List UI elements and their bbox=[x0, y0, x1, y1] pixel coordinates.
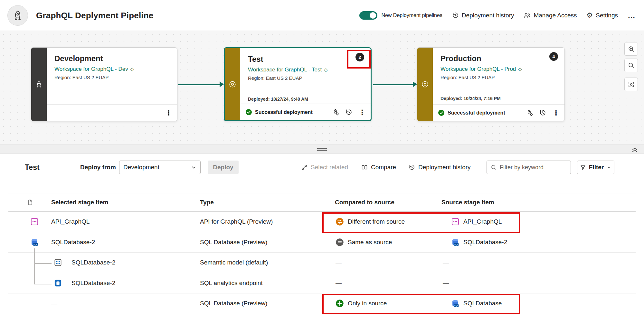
svg-text:SQL: SQL bbox=[454, 305, 459, 307]
pipeline-arrow-dev-to-test bbox=[178, 84, 220, 85]
stage-card-development[interactable]: Development Workspace for GraphQL - Dev … bbox=[31, 47, 177, 121]
stage-name: Production bbox=[440, 54, 557, 63]
people-icon bbox=[524, 12, 531, 19]
stage-items-table: Selected stage item Type Compared to sou… bbox=[8, 193, 636, 314]
panel-divider bbox=[0, 144, 644, 154]
deploy-settings-icon[interactable] bbox=[332, 109, 339, 116]
item-name: SQLDatabase-2 bbox=[71, 259, 115, 266]
fit-to-screen-button[interactable] bbox=[624, 78, 638, 91]
compare-button[interactable]: Compare bbox=[361, 164, 396, 171]
deployment-status-label: Successful deployment bbox=[448, 110, 505, 116]
source-item-name: — bbox=[443, 280, 449, 287]
deploy-from-label: Deploy from bbox=[80, 164, 116, 171]
stage-card-test[interactable]: 2 Test Workspace for GraphQL - Test ◇ Re… bbox=[224, 47, 372, 121]
diamond-icon: ◇ bbox=[324, 67, 328, 73]
sql-analytics-endpoint-icon bbox=[54, 279, 62, 287]
tree-connector bbox=[34, 248, 35, 284]
stage-more-button[interactable]: ⋮ bbox=[553, 109, 559, 116]
select-related-label: Select related bbox=[311, 164, 348, 171]
table-row[interactable]: API_GraphQL API for GraphQL (Preview) Di… bbox=[8, 212, 636, 232]
table-row[interactable]: SQLDatabase-2 SQL analytics endpoint — — bbox=[8, 273, 636, 294]
workspace-link[interactable]: Workspace for GraphQL - Test ◇ bbox=[248, 67, 363, 73]
only-in-source-icon bbox=[336, 299, 344, 308]
stage-name: Development bbox=[54, 54, 169, 63]
workspace-link[interactable]: Workspace for GraphQL - Prod ◇ bbox=[440, 66, 557, 72]
stage-strip bbox=[31, 48, 47, 121]
item-name: API_GraphQL bbox=[51, 218, 90, 225]
history-icon bbox=[409, 164, 415, 171]
table-row[interactable]: SQLDatabase-2 Semantic model (default) —… bbox=[8, 253, 636, 273]
tree-connector bbox=[34, 284, 52, 284]
stage-toolbar: Test Deploy from Development Deploy Sele… bbox=[0, 154, 644, 181]
settings-label: Settings bbox=[596, 12, 618, 19]
same-as-source-icon bbox=[336, 238, 344, 246]
deployment-history-label: Deployment history bbox=[418, 164, 471, 171]
column-header-selected-stage-item: Selected stage item bbox=[51, 199, 200, 206]
svg-text:SQL: SQL bbox=[454, 244, 459, 245]
deploy-from-dropdown[interactable]: Development bbox=[119, 161, 201, 174]
rocket-icon bbox=[229, 81, 236, 88]
stage-more-button[interactable]: ⋮ bbox=[165, 109, 172, 116]
column-header-compared-to-source: Compared to source bbox=[335, 199, 441, 206]
stage-card-production[interactable]: 4 Production Workspace for GraphQL - Pro… bbox=[417, 47, 565, 121]
deployed-timestamp: Deployed: 10/24/24, 7:16 PM bbox=[440, 96, 501, 101]
rocket-icon bbox=[421, 81, 429, 88]
canvas-zoom-controls bbox=[624, 42, 638, 91]
tree-connector bbox=[34, 263, 52, 264]
item-type: Semantic model (default) bbox=[200, 259, 335, 266]
keyword-filter-box bbox=[487, 161, 571, 174]
deployment-history-button[interactable]: Deployment history bbox=[409, 164, 471, 171]
page-title: GraphQL Deplyment Pipeline bbox=[36, 10, 153, 20]
collapse-panel-button[interactable] bbox=[631, 146, 638, 153]
table-row[interactable]: — SQL Database (Preview) Only in source … bbox=[8, 293, 636, 314]
compared-to-source-label: Same as source bbox=[348, 239, 392, 246]
settings-button[interactable]: ⚙ Settings bbox=[587, 12, 618, 19]
filter-by-keyword-input[interactable] bbox=[500, 164, 567, 171]
diamond-icon: ◇ bbox=[518, 66, 522, 72]
deployment-history-button[interactable]: Deployment history bbox=[452, 12, 514, 19]
check-circle-icon bbox=[245, 109, 252, 116]
stage-region: Region: East US 2 EUAP bbox=[54, 75, 169, 80]
stage-more-button[interactable]: ⋮ bbox=[359, 109, 365, 116]
stage-region: Region: East US 2 EUAP bbox=[440, 75, 557, 80]
gear-icon: ⚙ bbox=[587, 12, 593, 19]
select-related-button[interactable]: Select related bbox=[301, 164, 348, 171]
history-icon[interactable] bbox=[539, 109, 546, 116]
zoom-in-button[interactable] bbox=[624, 42, 638, 56]
compare-icon bbox=[361, 164, 368, 171]
semantic-model-icon bbox=[54, 258, 62, 267]
stage-strip bbox=[417, 48, 433, 121]
api-graphql-icon bbox=[30, 218, 39, 226]
filter-button[interactable]: Filter bbox=[577, 161, 614, 174]
item-name: SQLDatabase-2 bbox=[71, 280, 115, 287]
rocket-icon bbox=[12, 10, 23, 21]
more-options-button[interactable]: … bbox=[628, 11, 636, 20]
new-deployment-pipelines-toggle[interactable] bbox=[359, 11, 377, 20]
table-header-row: Selected stage item Type Compared to sou… bbox=[8, 193, 636, 212]
workspace-name: Workspace for GraphQL - Prod bbox=[440, 66, 516, 72]
manage-access-label: Manage Access bbox=[534, 12, 577, 19]
history-icon[interactable] bbox=[346, 109, 352, 116]
compared-to-source-label: — bbox=[336, 280, 342, 287]
source-item-name: API_GraphQL bbox=[463, 218, 502, 225]
document-icon bbox=[27, 199, 33, 206]
item-name: — bbox=[51, 300, 57, 307]
filter-label: Filter bbox=[589, 164, 604, 171]
zoom-out-button[interactable] bbox=[624, 59, 638, 72]
history-icon bbox=[452, 12, 459, 19]
compared-to-source-label: — bbox=[336, 259, 342, 266]
workspace-link[interactable]: Workspace for GraphQL - Dev ◇ bbox=[54, 66, 169, 72]
svg-text:SQL: SQL bbox=[33, 244, 38, 245]
compared-to-source-label: Only in source bbox=[348, 300, 387, 307]
manage-access-button[interactable]: Manage Access bbox=[524, 12, 577, 19]
deploy-settings-icon[interactable] bbox=[526, 109, 533, 116]
deployment-status: Successful deployment bbox=[245, 109, 313, 116]
pipeline-logo bbox=[7, 5, 28, 26]
item-name: SQLDatabase-2 bbox=[51, 239, 95, 246]
divider-drag-handle[interactable] bbox=[317, 148, 327, 151]
deploy-button[interactable]: Deploy bbox=[208, 161, 239, 174]
toggle-knob bbox=[370, 12, 376, 19]
source-item-name: SQLDatabase-2 bbox=[463, 239, 507, 246]
check-circle-icon bbox=[438, 109, 445, 116]
table-row[interactable]: SQL SQLDatabase-2 SQL Database (Preview)… bbox=[8, 232, 636, 253]
